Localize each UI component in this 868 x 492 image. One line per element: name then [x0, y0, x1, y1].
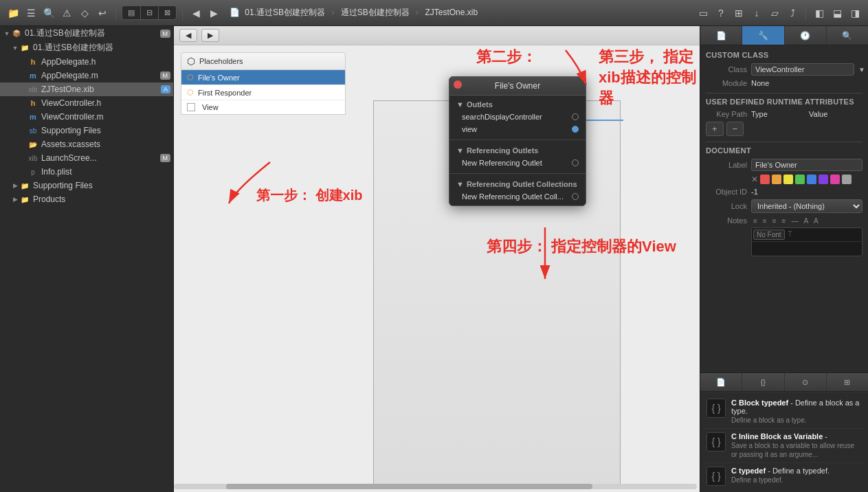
- right-tab-search[interactable]: 🔍: [827, 26, 868, 45]
- editor-tab-assistant[interactable]: ⊟: [141, 6, 159, 19]
- right-tab-inspect[interactable]: 🔧: [742, 26, 784, 45]
- swatch-pink[interactable]: [830, 175, 840, 184]
- notes-area[interactable]: No Font T: [751, 227, 863, 256]
- canvas-scrollbar[interactable]: [174, 484, 697, 489]
- sidebar-file-assets[interactable]: 📂 Assets.xcassets: [0, 137, 173, 151]
- sidebar-file-viewcontrollerm[interactable]: m ViewController.m: [0, 110, 173, 124]
- bottom-tab-file[interactable]: 📄: [700, 373, 742, 391]
- sidebar-file-launchscreen[interactable]: xib LaunchScree... M: [0, 151, 173, 165]
- sidebar-products[interactable]: ▶ 📁 Products: [0, 192, 173, 206]
- runtime-attrs-title: User Defined Runtime Attributes: [706, 98, 863, 106]
- right-tab-history[interactable]: 🕐: [785, 26, 827, 45]
- placeholder-view[interactable]: View: [181, 100, 345, 114]
- toolbar-share-icon[interactable]: ⤴: [785, 5, 800, 21]
- swatch-orange[interactable]: [772, 175, 781, 184]
- outlet-dot-search[interactable]: [572, 113, 579, 120]
- bottom-tab-code[interactable]: {}: [742, 373, 784, 391]
- placeholder-first-responder[interactable]: ⬡ First Responder: [181, 85, 345, 100]
- sidebar-file-mainstoryboard[interactable]: sb Supporting Files: [0, 124, 173, 137]
- sidebar-project-root[interactable]: ▼ 📦 01.通过SB创建控制器 M: [0, 26, 173, 41]
- snippet-text-2: C Inline Block as Variable - Save a bloc…: [731, 432, 862, 459]
- toolbar-search-icon[interactable]: 🔍: [41, 5, 56, 21]
- toolbar-layout-icon[interactable]: ⊞: [731, 5, 746, 21]
- swatch-blue2[interactable]: [819, 175, 828, 184]
- toolbar-undo-icon[interactable]: ↩: [95, 5, 110, 21]
- snippet-block-typedef[interactable]: { } C Block typedef - Define a block as …: [703, 395, 865, 429]
- outlet-dot-view[interactable]: [572, 126, 579, 133]
- class-input[interactable]: [751, 63, 854, 76]
- swatch-gray[interactable]: [842, 175, 852, 184]
- right-tab-file[interactable]: 📄: [700, 26, 742, 45]
- view-checkbox[interactable]: [187, 103, 195, 111]
- popup-close-btn[interactable]: [454, 80, 462, 89]
- lock-select[interactable]: Inherited - (Nothing): [751, 199, 863, 213]
- sidebar-file-infoplist[interactable]: p Info.plist: [0, 165, 173, 179]
- bottom-tab-grid[interactable]: ⊞: [827, 373, 868, 391]
- new-ref-outlet-coll[interactable]: New Referencing Outlet Coll...: [449, 190, 586, 203]
- notes-label: Notes: [706, 216, 747, 225]
- canvas-fwd-btn[interactable]: ▶: [201, 29, 219, 42]
- project-name: 01.通过SB创建控制器: [25, 27, 105, 39]
- toolbar-panel-bottom-icon[interactable]: ⬓: [830, 5, 845, 21]
- toolbar-download-icon[interactable]: ↓: [749, 5, 764, 21]
- add-runtime-btn[interactable]: +: [706, 122, 724, 136]
- toolbar-nav-fwd[interactable]: ▶: [206, 5, 221, 21]
- ref-outlets-disclosure: ▼: [456, 146, 464, 155]
- toolbar-panel-left-icon[interactable]: ◧: [812, 5, 827, 21]
- align-left-btn[interactable]: ≡: [751, 216, 759, 225]
- toolbar-folder-icon[interactable]: 📁: [5, 5, 21, 21]
- editor-tab-version[interactable]: ⊠: [159, 6, 176, 19]
- outlet-search-display[interactable]: searchDisplayController: [449, 111, 586, 123]
- text-italic-btn[interactable]: A: [812, 216, 821, 225]
- align-center-btn[interactable]: ≡: [761, 216, 769, 225]
- toolbar-nav-back[interactable]: ◀: [188, 5, 203, 21]
- outlet-dot-new-coll[interactable]: [572, 193, 579, 200]
- align-justify-btn[interactable]: ≡: [780, 216, 788, 225]
- swatch-green[interactable]: [795, 175, 805, 184]
- toolbar-sep1: [115, 5, 116, 21]
- outlet-view[interactable]: view: [449, 123, 586, 135]
- snippet-typedef[interactable]: { } C typedef - Define a typedef. Define…: [703, 463, 865, 489]
- toolbar-list-icon[interactable]: ☰: [23, 5, 38, 21]
- snippet-inline-block[interactable]: { } C Inline Block as Variable - Save a …: [703, 429, 865, 463]
- canvas-back-btn[interactable]: ◀: [179, 29, 197, 42]
- sidebar-file-viewcontrollerh[interactable]: h ViewController.h: [0, 96, 173, 110]
- file-badge-m2: M: [160, 154, 171, 162]
- bottom-tab-circle[interactable]: ⊙: [785, 373, 827, 391]
- placeholder-files-owner[interactable]: ⬡ File's Owner: [181, 70, 345, 85]
- toolbar-inspector-icon[interactable]: ▭: [695, 5, 711, 21]
- canvas-content: ⬡ Placeholders ⬡ File's Owner ⬡ First Re…: [174, 45, 700, 492]
- file-name: Info.plist: [41, 167, 72, 177]
- editor-tab-standard[interactable]: ▤: [122, 6, 141, 19]
- notes-input[interactable]: [752, 242, 862, 256]
- file-badge-a: A: [161, 85, 170, 93]
- sidebar-group[interactable]: ▼ 📁 01.通过SB创建控制器: [0, 41, 173, 55]
- toolbar-device-icon[interactable]: ▱: [767, 5, 782, 21]
- notes-row: Notes ≡ ≡ ≡ ≡ — A A: [706, 216, 863, 256]
- sidebar-file-appdelegate-m[interactable]: m AppDelegate.m M: [0, 69, 173, 82]
- swatch-red[interactable]: [760, 175, 770, 184]
- toolbar-warning-icon[interactable]: ⚠: [59, 5, 74, 21]
- class-row: Class ▼: [706, 63, 863, 76]
- text-bold-btn[interactable]: A: [801, 216, 810, 225]
- file-icon-m: m: [27, 70, 38, 81]
- toolbar-help-icon[interactable]: ?: [713, 5, 728, 21]
- swatch-blue1[interactable]: [807, 175, 816, 184]
- doc-label-input[interactable]: [751, 159, 863, 171]
- sf-folder-icon: 📁: [19, 180, 30, 191]
- outlet-dot-new-ref[interactable]: [572, 159, 579, 166]
- document-section: Document Label ✕: [706, 146, 863, 256]
- align-right-btn[interactable]: ≡: [770, 216, 779, 225]
- sidebar-file-appdelegateh[interactable]: h AppDelegate.h: [0, 55, 173, 69]
- sidebar-supporting-files[interactable]: ▶ 📁 Supporting Files: [0, 179, 173, 192]
- custom-class-section: Custom Class Class ▼ Module None: [706, 51, 863, 87]
- sidebar-file-xib[interactable]: xib ZJTestOne.xib A: [0, 82, 173, 96]
- annotation-step2: 第二步：: [476, 47, 537, 67]
- toolbar-panel-right-icon[interactable]: ◨: [847, 5, 863, 21]
- swatch-yellow[interactable]: [783, 175, 793, 184]
- toolbar-bookmark-icon[interactable]: ◇: [77, 5, 92, 21]
- prod-disclosure: ▶: [11, 196, 19, 203]
- new-ref-outlet[interactable]: New Referencing Outlet: [449, 157, 586, 169]
- popup-title: File's Owner: [449, 77, 586, 96]
- remove-runtime-btn[interactable]: −: [726, 122, 744, 136]
